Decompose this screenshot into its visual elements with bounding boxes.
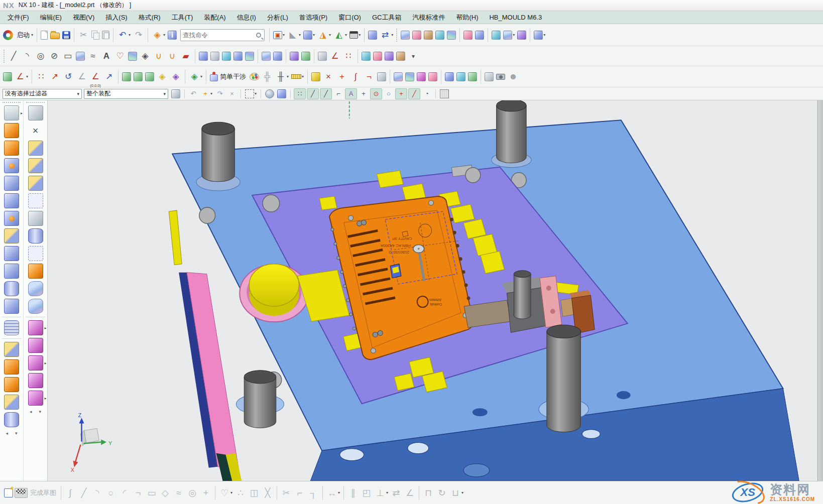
chevron-down-icon[interactable]: ▾ [163, 33, 165, 37]
wave-link-icon[interactable] [244, 51, 255, 61]
menu-preferences[interactable]: 首选项(P) [294, 12, 333, 23]
chevron-right-icon[interactable]: ▸ [44, 396, 46, 401]
chevron-down-icon[interactable]: ▾ [391, 33, 393, 37]
chevron-down-icon[interactable]: ▾ [287, 74, 289, 79]
sketch-polygon-icon[interactable]: ◇ [159, 486, 172, 499]
menu-view[interactable]: 视图(V) [67, 12, 100, 23]
sketch-chamfer-icon[interactable]: ¬ [132, 486, 145, 499]
swept-surface-icon[interactable] [384, 51, 395, 61]
menu-assemblies[interactable]: 装配(A) [198, 12, 231, 23]
snap-intersection-icon[interactable]: + [358, 89, 369, 99]
rotate-csys-icon[interactable]: ↺ [62, 70, 75, 83]
graphics-viewport[interactable]: 21B0150-⊙ HBN AC 4A300A CAVITY 9P Johnso… [48, 100, 817, 481]
layer-category-icon[interactable] [144, 72, 155, 82]
alternate-solution-icon[interactable]: ⊓ [422, 486, 435, 499]
patch-surface-icon[interactable] [127, 51, 138, 61]
snap-point-on-face-icon[interactable]: ◔ [421, 89, 432, 99]
photo-frame-icon[interactable] [484, 72, 495, 82]
chevron-down-icon[interactable]: ▾ [338, 490, 340, 495]
paste-icon[interactable] [101, 30, 110, 40]
bridge-curve-2-icon[interactable]: ∪ [166, 50, 179, 63]
offset-region-icon[interactable] [28, 373, 43, 388]
chevron-down-icon[interactable]: ▾ [283, 33, 285, 37]
polyline-icon[interactable]: ≈ [86, 50, 99, 63]
menu-gc-toolbox[interactable]: GC工具箱 [367, 12, 407, 23]
layer-settings-icon[interactable] [2, 72, 13, 82]
angle-constraint-icon[interactable]: ∠ [403, 486, 416, 499]
constraint-box-icon[interactable]: ◰ [360, 486, 373, 499]
grid-ball-icon[interactable] [467, 72, 478, 82]
polygon-point-icon[interactable]: ◈ [139, 50, 152, 63]
section-patch-icon[interactable]: ▰ [179, 50, 192, 63]
save-icon[interactable] [61, 31, 71, 40]
dimension-x-icon[interactable]: × [28, 123, 43, 138]
move-face-icon[interactable]: ▸ [28, 320, 43, 335]
mirror-body-icon[interactable] [209, 51, 220, 61]
recall-selection-icon[interactable]: ↷ [214, 89, 225, 99]
mirror-curve-icon[interactable]: ◫ [248, 486, 261, 499]
color-wedge-icon[interactable] [416, 72, 427, 82]
menu-auto-mold-parts[interactable]: 汽模标准件 [407, 12, 450, 23]
line-curve-icon[interactable]: ╱ [7, 50, 20, 63]
sheet-grid-icon[interactable] [28, 281, 43, 296]
corner-curve-icon[interactable]: ¬ [363, 70, 376, 83]
vector-constructor-icon[interactable]: ↗ [48, 70, 61, 83]
revolve-icon[interactable] [4, 141, 19, 156]
chevron-down-icon[interactable]: ▾ [386, 490, 388, 495]
text-curve-icon[interactable]: A [100, 50, 113, 63]
chevron-right-icon[interactable]: ▸ [44, 361, 46, 365]
intersect-icon[interactable] [28, 176, 43, 191]
delete-face-icon[interactable] [28, 338, 43, 353]
chevron-down-icon[interactable]: ▾ [329, 33, 331, 37]
thicken-icon[interactable] [272, 51, 283, 61]
keyboard-icon[interactable] [439, 89, 450, 99]
show-and-hide-icon[interactable]: ◈▾ [188, 70, 203, 83]
sketch-circle-icon[interactable]: ○ [104, 486, 117, 499]
pattern-balls-icon[interactable] [4, 359, 19, 374]
thread-icon[interactable] [4, 320, 19, 335]
simple-interference-button[interactable]: 简单干涉 [209, 71, 248, 82]
palette-diamond-icon[interactable]: ◈ [169, 70, 182, 83]
symmetric-constraint-icon[interactable]: ⇄ [390, 486, 403, 499]
guide-pillar-bottom-left[interactable] [244, 377, 276, 428]
menu-edit[interactable]: 编辑(E) [35, 12, 67, 23]
sketch-arc-icon[interactable]: ◝ [91, 486, 104, 499]
key-document-icon[interactable] [310, 72, 321, 82]
dome-icon[interactable] [4, 228, 19, 243]
freeform-shape-icon[interactable]: ▾ [502, 30, 516, 40]
offset-curve-icon[interactable]: ♡▾ [218, 486, 233, 499]
make-corner-icon[interactable]: ┐ [307, 486, 320, 499]
n-sided-surface-icon[interactable] [395, 51, 406, 61]
deselect-icon[interactable]: × [226, 89, 238, 99]
resize-face-icon[interactable]: ▸ [28, 391, 43, 406]
start-menu-button[interactable]: 启动▾ [15, 30, 34, 40]
chevron-down-icon[interactable]: ▾ [230, 490, 232, 495]
chevron-down-icon[interactable]: ▾ [210, 91, 212, 96]
csys-constructor-icon[interactable]: ∠ [75, 70, 88, 83]
sidebar-scroll-down-2[interactable]: ▾ [39, 409, 42, 414]
sidebar-scroll-left-1[interactable]: ◂ [6, 431, 8, 436]
snap-arc-center-icon[interactable]: ⊙ [370, 88, 382, 99]
measure-distance-icon[interactable]: ▾ [290, 74, 305, 79]
circle-line-icon[interactable]: ⊘ [48, 50, 61, 63]
quick-trim-icon[interactable]: ✂ [280, 486, 293, 499]
scale-body-icon[interactable] [28, 228, 43, 243]
chevron-down-icon[interactable]: ▾ [313, 33, 315, 37]
chevron-down-icon[interactable]: ▾ [543, 33, 545, 37]
boss-icon[interactable] [4, 176, 19, 191]
true-shading-palette-icon[interactable] [249, 72, 260, 81]
offset-face-icon[interactable] [28, 193, 43, 208]
operator-icon[interactable]: ☻ [507, 70, 520, 83]
split-body-icon[interactable] [28, 158, 43, 173]
transition-surface-icon[interactable] [446, 30, 457, 40]
pattern-curve-icon[interactable]: ∴ [234, 486, 247, 499]
more-surface-icon[interactable]: ▾ [533, 30, 546, 40]
flange-surface-icon[interactable] [491, 30, 502, 40]
sketch-point-icon[interactable]: + [199, 486, 212, 499]
shaded-display-icon[interactable]: ▾ [348, 31, 362, 39]
mesh-surface-icon[interactable] [516, 30, 527, 40]
menu-analysis[interactable]: 分析(L) [262, 12, 294, 23]
point-set-icon[interactable]: ∷ [342, 50, 355, 63]
surface-analysis-2-icon[interactable] [455, 72, 466, 82]
point-net-icon[interactable]: ∷ [35, 70, 48, 83]
